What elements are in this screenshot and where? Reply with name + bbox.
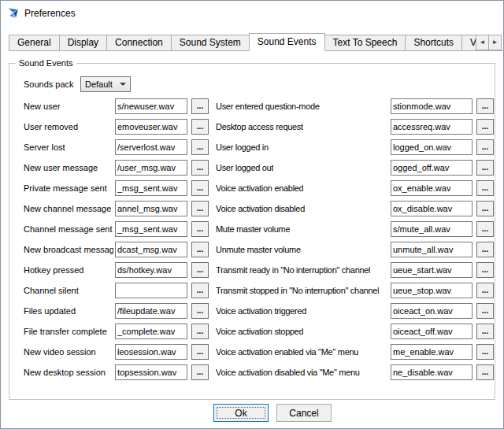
sound-event-label: Channel message sent (24, 221, 113, 237)
sound-file-input[interactable] (391, 119, 472, 135)
sound-file-input[interactable] (391, 160, 472, 176)
sound-event-label: New video session (24, 344, 96, 360)
sound-file-input[interactable] (115, 283, 187, 298)
browse-button[interactable]: ... (191, 283, 209, 298)
sound-event-label: Files updated (24, 303, 76, 319)
sound-event-row: Hotkey pressed... (24, 262, 209, 283)
browse-button[interactable]: ... (476, 180, 494, 196)
browse-button[interactable]: ... (476, 364, 494, 380)
browse-button[interactable]: ... (191, 364, 209, 380)
sound-file-input[interactable] (115, 139, 187, 155)
sound-file-input[interactable] (115, 303, 187, 319)
tab-text-to-speech[interactable]: Text To Speech (324, 35, 406, 51)
browse-button[interactable]: ... (476, 160, 494, 176)
browse-button[interactable]: ... (191, 221, 209, 237)
sound-file-input[interactable] (391, 242, 472, 257)
sound-event-label: Channel silent (24, 283, 79, 298)
sound-event-label: Transmit ready in "No interruption" chan… (216, 262, 370, 278)
browse-button[interactable]: ... (476, 283, 494, 298)
sounds-pack-label: Sounds pack (24, 76, 74, 92)
tab-scroll-left-button[interactable]: ◄ (476, 35, 489, 50)
sound-file-input[interactable] (391, 283, 472, 298)
sound-event-row: Voice activation stopped... (216, 324, 495, 344)
sound-event-label: Hotkey pressed (24, 262, 83, 278)
sound-file-input[interactable] (115, 160, 187, 176)
sound-event-row: Voice activation disabled via "Me" menu.… (216, 364, 495, 385)
sound-file-input[interactable] (391, 364, 472, 380)
sound-event-row: User removed... (24, 119, 209, 139)
sounds-pack-value: Default (85, 80, 113, 89)
sound-file-input[interactable] (391, 344, 472, 360)
browse-button[interactable]: ... (191, 98, 209, 114)
sound-event-label: Voice activation triggered (216, 303, 306, 319)
sound-event-row: Transmit stopped in "No interruption" ch… (216, 283, 495, 303)
tab-sound-system[interactable]: Sound System (171, 35, 250, 51)
sound-file-input[interactable] (115, 119, 187, 135)
ok-button[interactable]: Ok (213, 404, 269, 422)
browse-button[interactable]: ... (476, 98, 494, 114)
sound-file-input[interactable] (115, 98, 187, 114)
cancel-button[interactable]: Cancel (276, 404, 332, 422)
sound-file-input[interactable] (391, 221, 472, 237)
sound-file-input[interactable] (115, 364, 187, 380)
browse-button[interactable]: ... (476, 242, 494, 257)
tab-display[interactable]: Display (59, 35, 107, 51)
browse-button[interactable]: ... (191, 160, 209, 176)
sound-file-input[interactable] (391, 180, 472, 196)
sound-file-input[interactable] (391, 262, 472, 278)
sound-event-row: File transfer complete... (24, 324, 209, 344)
sound-file-input[interactable] (115, 180, 187, 196)
sound-file-input[interactable] (115, 344, 187, 360)
browse-button[interactable]: ... (476, 344, 494, 360)
sound-file-input[interactable] (115, 242, 187, 257)
sound-file-input[interactable] (115, 262, 187, 278)
sound-file-input[interactable] (115, 201, 187, 216)
tab-connection[interactable]: Connection (106, 35, 172, 51)
browse-button[interactable]: ... (191, 262, 209, 278)
browse-button[interactable]: ... (191, 303, 209, 319)
browse-button[interactable]: ... (191, 180, 209, 196)
chevron-down-icon (120, 83, 126, 86)
sound-file-input[interactable] (391, 139, 472, 155)
sound-event-row: New user message... (24, 160, 209, 180)
sound-event-row: Voice activation enabled via "Me" menu..… (216, 344, 495, 364)
sound-event-label: Server lost (24, 139, 65, 155)
browse-button[interactable]: ... (476, 221, 494, 237)
browse-button[interactable]: ... (476, 201, 494, 216)
browse-button[interactable]: ... (476, 303, 494, 319)
group-title: Sound Events (16, 57, 76, 68)
browse-button[interactable]: ... (191, 119, 209, 135)
browse-button[interactable]: ... (476, 324, 494, 339)
tab-shortcuts[interactable]: Shortcuts (405, 35, 462, 51)
sound-event-row: New video session... (24, 344, 209, 364)
sound-event-label: Voice activation stopped (216, 324, 303, 339)
sound-event-row: Voice activation disabled... (216, 201, 495, 221)
tab-general[interactable]: General (9, 35, 60, 51)
browse-button[interactable]: ... (191, 242, 209, 257)
sound-events-group: Sound Events Sounds pack Default New use… (9, 63, 495, 400)
sound-file-input[interactable] (391, 324, 472, 339)
sound-file-input[interactable] (391, 303, 472, 319)
tab-video[interactable]: Video (461, 35, 476, 51)
browse-button[interactable]: ... (476, 139, 494, 155)
browse-button[interactable]: ... (476, 119, 494, 135)
tab-sound-events[interactable]: Sound Events (249, 33, 325, 51)
sound-event-row: New broadcast message... (24, 242, 209, 262)
sound-file-input[interactable] (115, 324, 187, 339)
window-title: Preferences (24, 8, 76, 19)
sound-file-input[interactable] (391, 201, 472, 216)
left-column: New user...User removed...Server lost...… (24, 98, 209, 385)
right-column: User entered question-mode...Desktop acc… (216, 98, 495, 385)
tab-scroll-right-button[interactable]: ► (488, 35, 502, 50)
sound-file-input[interactable] (115, 221, 187, 237)
sound-event-label: New desktop session (24, 364, 106, 380)
browse-button[interactable]: ... (191, 201, 209, 216)
sounds-pack-select[interactable]: Default (80, 76, 131, 92)
sound-event-label: User removed (24, 119, 78, 135)
browse-button[interactable]: ... (476, 262, 494, 278)
browse-button[interactable]: ... (191, 324, 209, 339)
browse-button[interactable]: ... (191, 139, 209, 155)
sound-event-label: New user message (24, 160, 98, 176)
sound-file-input[interactable] (391, 98, 472, 114)
browse-button[interactable]: ... (191, 344, 209, 360)
